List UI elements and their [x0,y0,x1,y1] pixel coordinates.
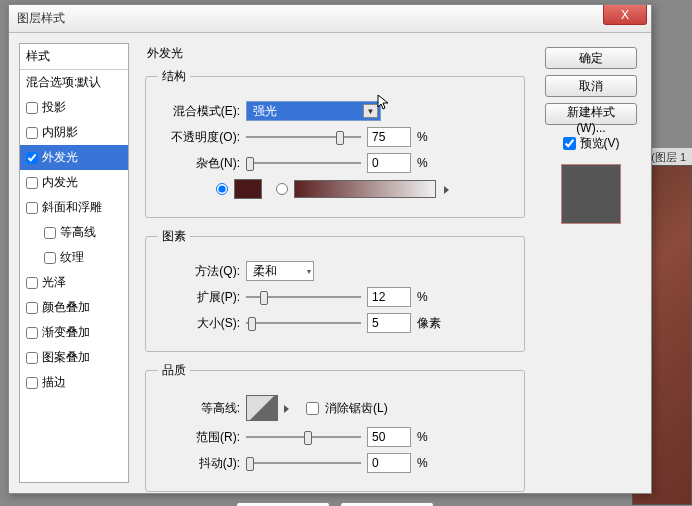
styles-list-panel: 样式 混合选项:默认 投影内阴影外发光内发光斜面和浮雕等高线纹理光泽颜色叠加渐变… [19,43,129,483]
structure-legend: 结构 [158,68,190,85]
preview-thumbnail [561,164,621,224]
style-checkbox[interactable] [26,377,38,389]
style-item-label: 光泽 [42,274,66,291]
elements-legend: 图素 [158,228,190,245]
style-item-3[interactable]: 内发光 [20,170,128,195]
quality-group: 品质 等高线: 消除锯齿(L) 范围(R): % 抖动(J): [145,362,525,492]
blend-options-item[interactable]: 混合选项:默认 [20,70,128,95]
style-item-label: 外发光 [42,149,78,166]
style-checkbox[interactable] [26,152,38,164]
contour-label: 等高线: [158,400,240,417]
style-item-11[interactable]: 描边 [20,370,128,395]
make-default-button[interactable]: 设置为默认值 [236,502,330,506]
style-item-6[interactable]: 纹理 [20,245,128,270]
reset-default-button[interactable]: 复位为默认值 [340,502,434,506]
solid-color-radio[interactable] [216,183,228,195]
style-item-4[interactable]: 斜面和浮雕 [20,195,128,220]
chevron-down-icon: ▼ [363,104,378,118]
technique-label: 方法(Q): [158,263,240,280]
ok-button[interactable]: 确定 [545,47,637,69]
blend-mode-label: 混合模式(E): [158,103,240,120]
style-item-0[interactable]: 投影 [20,95,128,120]
structure-group: 结构 混合模式(E): 强光 ▼ 不透明度(O): % 杂色(N): [145,68,525,218]
size-input[interactable] [367,313,411,333]
quality-legend: 品质 [158,362,190,379]
style-item-label: 斜面和浮雕 [42,199,102,216]
style-checkbox[interactable] [44,227,56,239]
styles-header: 样式 [20,44,128,70]
noise-input[interactable] [367,153,411,173]
noise-slider[interactable] [246,155,361,171]
gradient-picker[interactable] [294,180,436,198]
style-checkbox[interactable] [44,252,56,264]
style-item-label: 渐变叠加 [42,324,90,341]
style-item-label: 颜色叠加 [42,299,90,316]
style-item-label: 内发光 [42,174,78,191]
style-checkbox[interactable] [26,277,38,289]
layer-style-dialog: 图层样式 X 样式 混合选项:默认 投影内阴影外发光内发光斜面和浮雕等高线纹理光… [8,4,652,494]
spread-slider[interactable] [246,289,361,305]
style-item-9[interactable]: 渐变叠加 [20,320,128,345]
contour-picker[interactable] [246,395,278,421]
style-item-1[interactable]: 内阴影 [20,120,128,145]
style-checkbox[interactable] [26,327,38,339]
style-checkbox[interactable] [26,202,38,214]
range-unit: % [417,430,428,444]
preview-label: 预览(V) [580,135,620,152]
glow-color-swatch[interactable] [234,179,262,199]
blend-mode-value: 强光 [253,103,277,120]
gradient-radio[interactable] [276,183,288,195]
antialias-checkbox[interactable] [306,402,319,415]
style-item-5[interactable]: 等高线 [20,220,128,245]
titlebar[interactable]: 图层样式 X [9,5,651,33]
elements-group: 图素 方法(Q): 柔和 ▾ 扩展(P): % 大小(S): [145,228,525,352]
antialias-label: 消除锯齿(L) [325,400,388,417]
opacity-label: 不透明度(O): [158,129,240,146]
style-item-label: 描边 [42,374,66,391]
size-label: 大小(S): [158,315,240,332]
range-label: 范围(R): [158,429,240,446]
jitter-unit: % [417,456,428,470]
style-item-2[interactable]: 外发光 [20,145,128,170]
spread-unit: % [417,290,428,304]
style-item-7[interactable]: 光泽 [20,270,128,295]
style-item-label: 等高线 [60,224,96,241]
style-checkbox[interactable] [26,127,38,139]
style-checkbox[interactable] [26,302,38,314]
opacity-slider[interactable] [246,129,361,145]
preview-checkbox[interactable] [563,137,576,150]
style-item-10[interactable]: 图案叠加 [20,345,128,370]
style-checkbox[interactable] [26,102,38,114]
style-item-label: 纹理 [60,249,84,266]
right-panel: 确定 取消 新建样式(W)... 预览(V) [541,43,641,483]
technique-dropdown[interactable]: 柔和 ▾ [246,261,314,281]
style-item-label: 图案叠加 [42,349,90,366]
style-checkbox[interactable] [26,177,38,189]
blend-mode-dropdown[interactable]: 强光 ▼ [246,101,381,121]
opacity-unit: % [417,130,428,144]
opacity-input[interactable] [367,127,411,147]
spread-input[interactable] [367,287,411,307]
noise-unit: % [417,156,428,170]
dialog-title: 图层样式 [17,10,65,27]
size-slider[interactable] [246,315,361,331]
jitter-input[interactable] [367,453,411,473]
close-button[interactable]: X [603,5,647,25]
jitter-label: 抖动(J): [158,455,240,472]
section-title: 外发光 [147,45,525,62]
range-input[interactable] [367,427,411,447]
style-item-8[interactable]: 颜色叠加 [20,295,128,320]
style-item-label: 内阴影 [42,124,78,141]
technique-value: 柔和 [253,263,277,280]
cancel-button[interactable]: 取消 [545,75,637,97]
noise-label: 杂色(N): [158,155,240,172]
chevron-down-icon: ▾ [307,267,311,276]
style-item-label: 投影 [42,99,66,116]
style-checkbox[interactable] [26,352,38,364]
new-style-button[interactable]: 新建样式(W)... [545,103,637,125]
close-icon: X [621,8,629,22]
options-panel: 外发光 结构 混合模式(E): 强光 ▼ 不透明度(O): % [137,43,533,483]
range-slider[interactable] [246,429,361,445]
jitter-slider[interactable] [246,455,361,471]
spread-label: 扩展(P): [158,289,240,306]
